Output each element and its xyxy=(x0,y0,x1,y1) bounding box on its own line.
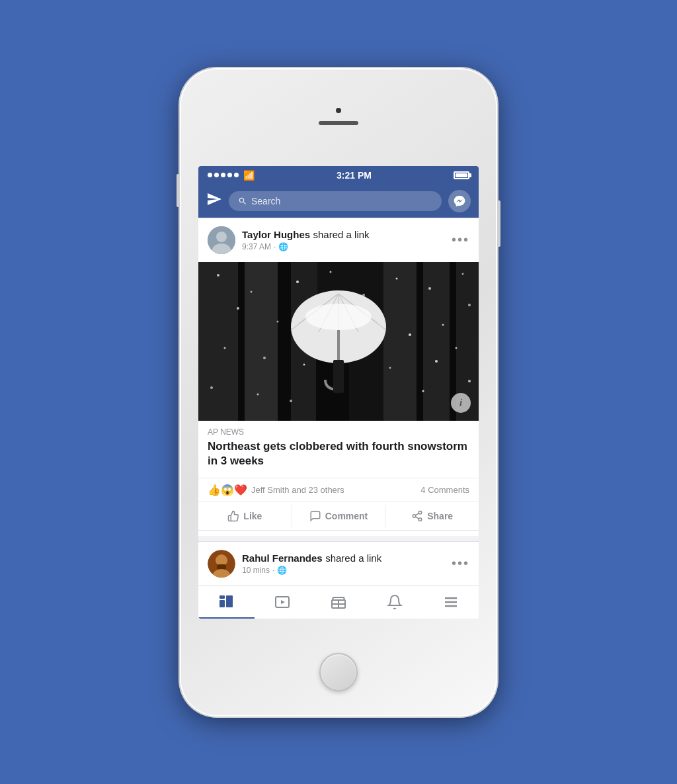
post-author-line: Taylor Hughes shared a link xyxy=(242,229,370,241)
svg-point-56 xyxy=(413,514,416,517)
svg-rect-69 xyxy=(219,595,225,599)
link-preview: AP News Northeast gets clobbered with fo… xyxy=(198,421,479,478)
bottom-navigation xyxy=(198,586,479,619)
svg-point-37 xyxy=(435,360,438,363)
svg-point-29 xyxy=(409,333,411,336)
nav-notifications[interactable] xyxy=(366,586,422,619)
search-placeholder: Search xyxy=(251,196,280,206)
post-header-left-rahul: Rahul Fernandes shared a link 10 mins · … xyxy=(208,550,381,578)
post-author-line-rahul: Rahul Fernandes shared a link xyxy=(242,552,381,564)
speaker xyxy=(319,121,358,125)
svg-rect-62 xyxy=(217,564,226,570)
author-name-taylor[interactable]: Taylor Hughes xyxy=(242,229,310,240)
signal-dot-4 xyxy=(227,173,232,177)
status-bar: 📶 3:21 PM xyxy=(198,166,479,185)
search-bar[interactable]: Search xyxy=(229,191,442,211)
like-emoji: 👍 xyxy=(208,484,221,496)
svg-point-23 xyxy=(462,273,464,275)
post-meta-taylor: 9:37 AM · 🌐 xyxy=(242,242,370,251)
comment-label: Comment xyxy=(325,511,368,521)
comment-button[interactable]: Comment xyxy=(292,505,386,527)
avatar-image-taylor xyxy=(208,226,235,254)
meta-dot: · xyxy=(274,242,276,251)
svg-point-30 xyxy=(442,324,444,326)
action-buttons: Like Comment xyxy=(198,502,479,530)
svg-point-33 xyxy=(263,357,266,359)
author-name-rahul[interactable]: Rahul Fernandes xyxy=(242,552,323,564)
share-button[interactable]: Share xyxy=(385,505,479,527)
nav-marketplace[interactable] xyxy=(311,586,367,619)
link-title[interactable]: Northeast gets clobbered with fourth sno… xyxy=(208,439,469,468)
more-options-button-rahul[interactable]: ••• xyxy=(452,556,469,571)
svg-point-43 xyxy=(468,380,471,382)
svg-point-31 xyxy=(468,304,471,306)
phone-mockup: 📶 3:21 PM Search xyxy=(180,68,497,717)
svg-rect-54 xyxy=(333,360,344,393)
svg-point-52 xyxy=(305,304,372,330)
signal-dot-2 xyxy=(214,173,219,177)
reactions-bar: 👍 😱 ❤️ Jeff Smith and 23 others 4 Commen… xyxy=(198,478,479,502)
fb-logo-button[interactable] xyxy=(206,191,222,210)
svg-point-16 xyxy=(217,274,219,277)
post-author-info-rahul: Rahul Fernandes shared a link 10 mins · … xyxy=(242,552,381,575)
svg-rect-10 xyxy=(238,262,245,421)
wifi-icon: 📶 xyxy=(243,170,255,181)
share-label: Share xyxy=(427,511,453,521)
post-action-taylor: shared a link xyxy=(313,229,370,240)
svg-point-40 xyxy=(257,393,259,395)
status-battery xyxy=(454,171,469,179)
svg-point-38 xyxy=(456,347,458,349)
svg-point-17 xyxy=(251,290,253,292)
wow-emoji: 😱 xyxy=(221,484,234,496)
signal-dot-5 xyxy=(234,173,239,177)
svg-point-39 xyxy=(210,386,213,389)
nav-home[interactable] xyxy=(198,586,255,619)
svg-point-19 xyxy=(330,271,332,273)
avatar-rahul[interactable] xyxy=(208,550,235,578)
post-header-taylor: Taylor Hughes shared a link 9:37 AM · 🌐 … xyxy=(198,218,479,262)
status-time: 3:21 PM xyxy=(337,170,372,181)
avatar-taylor[interactable] xyxy=(208,226,235,254)
svg-point-25 xyxy=(277,320,279,322)
meta-dot-rahul: · xyxy=(272,566,274,575)
post-header-rahul: Rahul Fernandes shared a link 10 mins · … xyxy=(198,542,479,584)
post-meta-rahul: 10 mins · 🌐 xyxy=(242,566,381,575)
svg-rect-8 xyxy=(423,262,450,421)
link-source: AP News xyxy=(208,427,469,437)
post-time-taylor: 9:37 AM xyxy=(242,242,271,251)
post-action-rahul: shared a link xyxy=(325,552,381,564)
svg-point-42 xyxy=(422,390,424,392)
like-label: Like xyxy=(243,511,262,521)
status-signal: 📶 xyxy=(208,170,255,181)
comments-count[interactable]: 4 Comments xyxy=(420,485,469,495)
messenger-button[interactable] xyxy=(448,190,471,212)
signal-dot-3 xyxy=(221,173,225,177)
reaction-emojis: 👍 😱 ❤️ xyxy=(208,484,247,496)
svg-point-21 xyxy=(396,277,398,279)
nav-watch[interactable] xyxy=(255,586,311,619)
svg-marker-73 xyxy=(281,600,285,604)
phone-screen: 📶 3:21 PM Search xyxy=(198,166,479,619)
svg-rect-5 xyxy=(245,262,278,421)
svg-line-58 xyxy=(416,517,419,519)
like-button[interactable]: Like xyxy=(198,505,292,527)
svg-point-57 xyxy=(418,518,422,521)
svg-rect-4 xyxy=(198,262,238,421)
news-feed: Taylor Hughes shared a link 9:37 AM · 🌐 … xyxy=(198,218,479,584)
svg-point-24 xyxy=(237,307,239,310)
more-options-button-taylor[interactable]: ••• xyxy=(452,232,469,247)
info-button[interactable]: i xyxy=(451,393,471,413)
svg-rect-13 xyxy=(417,262,423,421)
privacy-icon-rahul: 🌐 xyxy=(277,566,287,575)
nav-menu[interactable] xyxy=(422,586,479,619)
svg-point-1 xyxy=(216,232,227,242)
post-rahul: Rahul Fernandes shared a link 10 mins · … xyxy=(198,541,479,584)
phone-notch xyxy=(319,108,358,125)
reactions-text[interactable]: Jeff Smith and 23 others xyxy=(251,485,344,495)
post-header-left: Taylor Hughes shared a link 9:37 AM · 🌐 xyxy=(208,226,370,254)
svg-line-59 xyxy=(416,513,419,515)
home-button[interactable] xyxy=(319,653,358,691)
post-image-snowstorm: i xyxy=(198,262,479,421)
facebook-header: Search xyxy=(198,185,479,218)
svg-point-55 xyxy=(418,511,422,514)
